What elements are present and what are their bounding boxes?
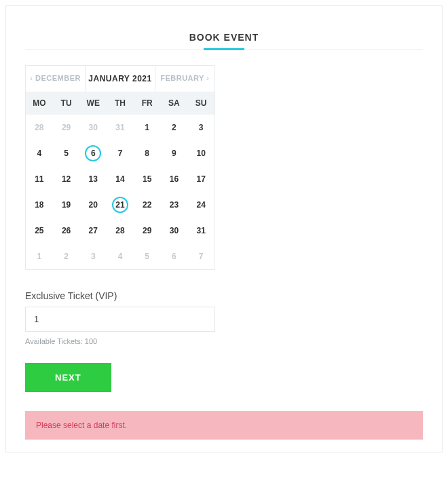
calendar-day-number: 10 bbox=[196, 149, 205, 158]
chevron-right-icon: › bbox=[206, 74, 209, 82]
tab-book-event-label: BOOK EVENT bbox=[189, 32, 259, 43]
calendar-day[interactable]: 10 bbox=[187, 140, 214, 166]
tab-underline bbox=[204, 48, 244, 50]
calendar-day[interactable]: 18 bbox=[26, 192, 53, 218]
calendar-day[interactable]: 4 bbox=[26, 140, 53, 166]
calendar-day-number: 30 bbox=[89, 123, 98, 132]
calendar-day[interactable]: 16 bbox=[161, 166, 188, 192]
calendar-day[interactable]: 7 bbox=[107, 140, 134, 166]
calendar-day[interactable]: 20 bbox=[79, 192, 107, 218]
calendar-day[interactable]: 28 bbox=[107, 218, 134, 244]
calendar-day[interactable]: 27 bbox=[79, 218, 107, 244]
calendar-day: 4 bbox=[107, 244, 134, 269]
calendar-day-number: 27 bbox=[89, 226, 98, 235]
calendar-day-number: 19 bbox=[62, 200, 71, 210]
calendar-day[interactable]: 15 bbox=[134, 166, 161, 192]
booking-card: BOOK EVENT ‹ DECEMBER JANUARY 2021 FEBRU… bbox=[5, 5, 443, 452]
ticket-field-block: Exclusive Ticket (VIP) Available Tickets… bbox=[25, 290, 215, 345]
calendar-dow: TH bbox=[107, 92, 134, 115]
calendar-next-month[interactable]: FEBRUARY › bbox=[155, 66, 214, 92]
calendar-prev-label: DECEMBER bbox=[35, 74, 81, 82]
calendar-day-number: 25 bbox=[35, 226, 43, 235]
calendar-day-number: 5 bbox=[64, 149, 69, 158]
calendar-day[interactable]: 17 bbox=[187, 166, 214, 192]
calendar-day-number: 26 bbox=[62, 226, 71, 235]
calendar-day-number: 20 bbox=[89, 200, 98, 210]
calendar-grid: MOTUWETHFRSASU28293031123456789101112131… bbox=[26, 92, 214, 269]
calendar-day: 7 bbox=[187, 244, 214, 269]
calendar-day[interactable]: 11 bbox=[26, 166, 53, 192]
calendar-day-number: 28 bbox=[35, 123, 43, 132]
calendar: ‹ DECEMBER JANUARY 2021 FEBRUARY › MOTUW… bbox=[25, 65, 215, 270]
calendar-day[interactable]: 3 bbox=[187, 115, 214, 140]
calendar-day-number: 7 bbox=[199, 252, 204, 261]
calendar-dow: TU bbox=[53, 92, 80, 115]
calendar-day-number: 24 bbox=[196, 200, 205, 210]
calendar-day: 30 bbox=[79, 115, 107, 140]
calendar-day-number: 2 bbox=[172, 123, 176, 132]
calendar-day: 29 bbox=[53, 115, 80, 140]
calendar-day-number: 6 bbox=[172, 252, 176, 261]
calendar-day-number: 4 bbox=[37, 149, 42, 158]
calendar-day-number: 31 bbox=[196, 226, 205, 235]
calendar-dow: SU bbox=[187, 92, 214, 115]
next-button-label: NEXT bbox=[55, 372, 81, 383]
calendar-day[interactable]: 30 bbox=[161, 218, 188, 244]
calendar-day-number: 13 bbox=[89, 174, 98, 184]
calendar-day-number: 2 bbox=[64, 252, 69, 261]
calendar-day-number: 29 bbox=[143, 226, 151, 235]
calendar-day-number: 18 bbox=[35, 200, 43, 210]
calendar-day-number: 23 bbox=[170, 200, 179, 210]
calendar-day: 6 bbox=[161, 244, 188, 269]
calendar-day[interactable]: 8 bbox=[134, 140, 161, 166]
tabs: BOOK EVENT bbox=[25, 25, 423, 50]
calendar-prev-month[interactable]: ‹ DECEMBER bbox=[26, 66, 86, 92]
ticket-quantity-input[interactable] bbox=[25, 307, 215, 332]
calendar-day-number: 7 bbox=[118, 149, 123, 158]
calendar-day[interactable]: 1 bbox=[134, 115, 161, 140]
calendar-day[interactable]: 13 bbox=[79, 166, 107, 192]
calendar-day[interactable]: 12 bbox=[53, 166, 80, 192]
calendar-day[interactable]: 22 bbox=[134, 192, 161, 218]
calendar-day-number: 30 bbox=[170, 226, 179, 235]
calendar-day-number: 17 bbox=[196, 174, 205, 184]
calendar-day[interactable]: 24 bbox=[187, 192, 214, 218]
calendar-day[interactable]: 6 bbox=[79, 140, 107, 166]
calendar-day: 28 bbox=[26, 115, 53, 140]
calendar-day[interactable]: 2 bbox=[161, 115, 188, 140]
ticket-label: Exclusive Ticket (VIP) bbox=[25, 290, 215, 301]
calendar-day[interactable]: 14 bbox=[107, 166, 134, 192]
calendar-day[interactable]: 29 bbox=[134, 218, 161, 244]
tab-book-event[interactable]: BOOK EVENT bbox=[187, 25, 262, 50]
calendar-day[interactable]: 31 bbox=[187, 218, 214, 244]
calendar-day[interactable]: 9 bbox=[161, 140, 188, 166]
chevron-left-icon: ‹ bbox=[30, 74, 33, 82]
calendar-day: 2 bbox=[53, 244, 80, 269]
calendar-day[interactable]: 25 bbox=[26, 218, 53, 244]
calendar-next-label: FEBRUARY bbox=[160, 74, 204, 82]
calendar-day[interactable]: 26 bbox=[53, 218, 80, 244]
calendar-day-number: 31 bbox=[115, 123, 124, 132]
calendar-day: 3 bbox=[79, 244, 107, 269]
calendar-day[interactable]: 23 bbox=[161, 192, 188, 218]
calendar-day-number: 1 bbox=[145, 123, 149, 132]
calendar-dow: WE bbox=[79, 92, 107, 115]
calendar-dow: FR bbox=[134, 92, 161, 115]
calendar-day: 1 bbox=[26, 244, 53, 269]
calendar-day-number: 28 bbox=[115, 226, 124, 235]
calendar-day-number: 5 bbox=[145, 252, 149, 261]
calendar-day-number: 1 bbox=[37, 252, 42, 261]
calendar-day[interactable]: 5 bbox=[53, 140, 80, 166]
calendar-dow: MO bbox=[26, 92, 53, 115]
next-button[interactable]: NEXT bbox=[25, 363, 111, 392]
calendar-day-number: 3 bbox=[91, 252, 96, 261]
calendar-day-number: 9 bbox=[172, 149, 176, 158]
calendar-day[interactable]: 21 bbox=[107, 192, 134, 218]
calendar-day: 31 bbox=[107, 115, 134, 140]
calendar-header: ‹ DECEMBER JANUARY 2021 FEBRUARY › bbox=[26, 66, 214, 92]
calendar-title: JANUARY 2021 bbox=[86, 66, 154, 92]
calendar-day-highlight bbox=[85, 145, 101, 161]
calendar-day-number: 8 bbox=[145, 149, 149, 158]
calendar-day-number: 4 bbox=[118, 252, 123, 261]
calendar-day[interactable]: 19 bbox=[53, 192, 80, 218]
